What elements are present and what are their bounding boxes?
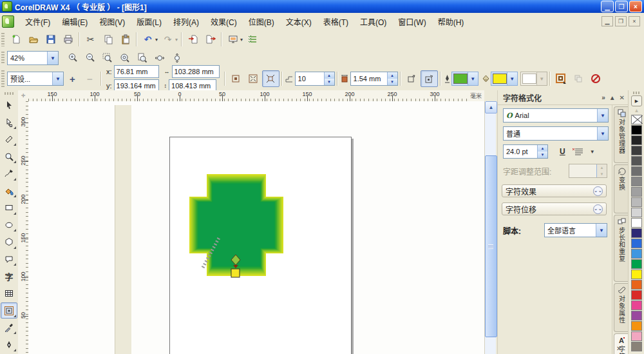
paste-button[interactable] [117, 31, 134, 48]
contour-cross-shape[interactable] [189, 173, 287, 284]
tab-transform[interactable]: 变换 [614, 164, 629, 213]
font-style-combo[interactable]: 普通 ▼ [503, 126, 609, 141]
docker-collapse-icon[interactable]: ▲ [609, 94, 616, 101]
redo-button[interactable]: ↷ [159, 31, 176, 48]
zoom-page-button[interactable] [133, 50, 151, 66]
end-fill-dropdown[interactable]: ▼ [536, 72, 547, 85]
toolbox-grip[interactable] [5, 92, 14, 95]
script-combo[interactable]: 全部语言 ▼ [544, 223, 607, 237]
cut-button[interactable]: ✂ [82, 31, 99, 48]
application-launcher-button[interactable] [224, 31, 242, 48]
script-dropdown[interactable]: ▼ [596, 224, 607, 237]
palette-swatch[interactable] [631, 239, 642, 248]
toolbar-grip[interactable] [1, 52, 5, 64]
copy-contour-properties-button[interactable] [570, 70, 587, 87]
palette-grip[interactable] [633, 92, 641, 94]
export-button[interactable] [202, 31, 219, 48]
character-effects-rollup[interactable]: 字符效果 ⌄⌄ [502, 184, 607, 197]
tab-object-properties[interactable]: 对象属性 [614, 283, 629, 332]
alignment-dropdown-arrow[interactable]: ▼ [590, 149, 595, 155]
crop-tool[interactable] [1, 132, 17, 148]
chevron-down-icon[interactable]: ⌄⌄ [593, 204, 603, 214]
task-checklist-button[interactable] [244, 31, 261, 48]
basic-shapes-tool[interactable] [1, 251, 17, 268]
zoom-level-combo[interactable]: 42% ▼ [7, 51, 59, 65]
eyedropper-tool[interactable] [1, 320, 17, 336]
import-button[interactable] [184, 31, 202, 48]
interactive-contour-tool[interactable] [1, 302, 17, 319]
inside-contour-button[interactable] [245, 70, 262, 87]
doc-restore-button[interactable]: ❐ [615, 16, 627, 26]
new-document-button[interactable] [7, 31, 24, 48]
menu-window[interactable]: 窗口(W) [392, 14, 431, 30]
fill-color-dropdown[interactable]: ▼ [507, 72, 517, 85]
palette-swatch[interactable] [631, 177, 642, 186]
contour-offset-spinner[interactable]: 1.54 mm ▲▼ [350, 72, 398, 86]
outline-color-picker[interactable]: ▼ [451, 72, 478, 86]
vertical-scrollbar[interactable]: ▲ [484, 101, 496, 354]
palette-scroll-up-icon[interactable]: ▲ [634, 108, 639, 113]
palette-swatch[interactable] [631, 321, 642, 331]
size-down-arrow[interactable]: ▼ [538, 152, 547, 158]
menu-edit[interactable]: 编辑(E) [56, 14, 93, 30]
table-tool[interactable] [1, 286, 17, 302]
size-up-arrow[interactable]: ▲ [538, 145, 547, 152]
docker-quick-customize-icon[interactable]: » [601, 94, 605, 101]
end-fill-color-picker[interactable]: ▼ [520, 72, 547, 86]
menu-table[interactable]: 表格(T) [317, 14, 354, 30]
palette-swatch[interactable] [631, 270, 642, 279]
palette-swatch[interactable] [631, 331, 642, 341]
fill-color-picker[interactable]: ▼ [491, 72, 518, 86]
palette-swatch[interactable] [631, 218, 642, 228]
redo-dropdown-arrow[interactable]: ▾ [175, 37, 178, 43]
zoom-combo-dropdown[interactable]: ▼ [47, 52, 58, 64]
ruler-origin[interactable]: ✛ [18, 90, 29, 102]
menu-text[interactable]: 文本(X) [280, 14, 317, 30]
menu-bitmaps[interactable]: 位图(B) [243, 14, 280, 30]
palette-swatch[interactable] [631, 259, 642, 269]
palette-swatch[interactable] [631, 187, 642, 197]
tab-step-and-repeat[interactable]: 步长和重复 [614, 215, 629, 282]
preset-combo[interactable]: 预设... ▼ [7, 72, 64, 86]
toolbar-grip[interactable] [1, 70, 5, 86]
offset-up-arrow[interactable]: ▲ [388, 72, 397, 79]
clockwise-contour-colors-button[interactable] [421, 70, 438, 87]
palette-swatch[interactable] [631, 280, 642, 290]
palette-swatch[interactable] [631, 125, 642, 135]
menu-file[interactable]: 文件(F) [19, 14, 56, 30]
palette-swatch[interactable] [631, 156, 642, 166]
remove-preset-button[interactable]: − [81, 70, 99, 87]
undo-button[interactable]: ↶ [139, 31, 156, 48]
toolbar-grip[interactable] [1, 33, 5, 46]
save-button[interactable] [42, 31, 59, 48]
palette-swatch[interactable] [631, 228, 642, 238]
to-center-contour-button[interactable] [227, 70, 245, 87]
linear-contour-colors-button[interactable] [403, 70, 421, 87]
outside-contour-button[interactable] [262, 70, 279, 87]
text-tool[interactable]: 字 [1, 268, 17, 284]
polygon-tool[interactable] [1, 234, 17, 250]
tab-object-manager[interactable]: 对象管理器 [614, 106, 629, 163]
alignment-button[interactable] [572, 147, 583, 156]
steps-up-arrow[interactable]: ▲ [325, 72, 334, 79]
preset-dropdown[interactable]: ▼ [52, 72, 63, 85]
palette-flyout-button[interactable]: ▶ [631, 95, 642, 106]
freehand-tool[interactable] [1, 166, 17, 182]
menu-help[interactable]: 帮助(H) [432, 14, 470, 30]
copy-button[interactable] [99, 31, 117, 48]
object-width-field[interactable]: 103.288 mm [172, 65, 220, 78]
offset-down-arrow[interactable]: ▼ [388, 79, 397, 85]
character-shift-rollup[interactable]: 字符位移 ⌄⌄ [502, 202, 607, 215]
drawing-canvas[interactable] [28, 101, 484, 354]
pick-tool[interactable] [1, 97, 17, 113]
zoom-selected-button[interactable] [99, 50, 116, 66]
font-style-dropdown[interactable]: ▼ [597, 127, 608, 140]
object-acceleration-button[interactable] [553, 70, 570, 87]
menu-layout[interactable]: 版面(L) [131, 14, 167, 30]
zoom-in-button[interactable] [64, 50, 81, 66]
contour-steps-spinner[interactable]: 10 ▲▼ [295, 72, 335, 86]
palette-swatch[interactable] [631, 342, 642, 351]
doc-close-button[interactable]: × [629, 16, 640, 26]
menu-arrange[interactable]: 排列(A) [167, 14, 205, 30]
underline-button[interactable]: U [560, 147, 565, 156]
